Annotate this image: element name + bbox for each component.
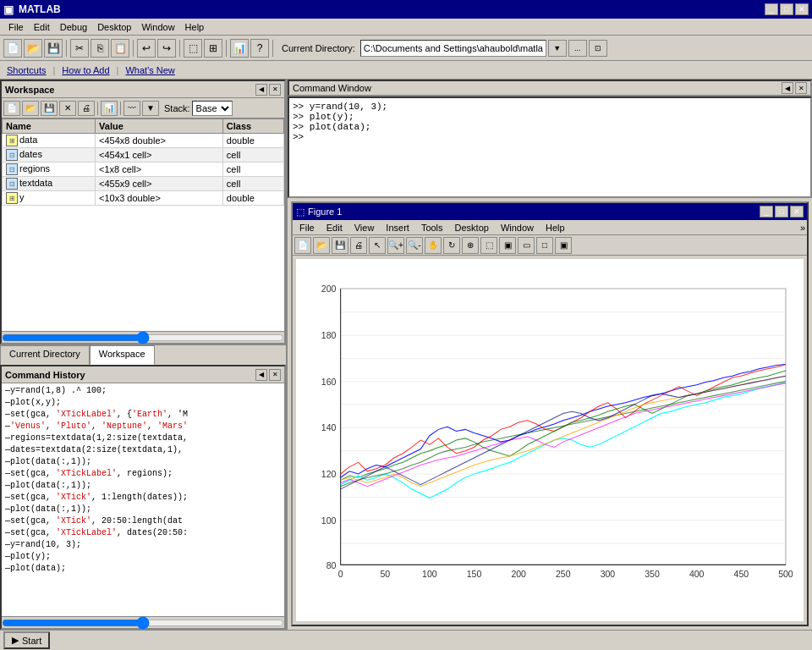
ws-dropdown-btn[interactable]: ▼: [142, 101, 159, 116]
figure-maximize[interactable]: □: [775, 206, 788, 218]
var-value-cell: <10x3 double>: [96, 191, 223, 206]
toolbar-sep-1: [66, 40, 67, 57]
figure-title-left: ⬚ Figure 1: [296, 207, 342, 218]
start-button[interactable]: ▶ Start: [3, 631, 50, 649]
close-button[interactable]: ✕: [795, 3, 809, 15]
undo-button[interactable]: ↩: [137, 39, 156, 58]
menu-desktop[interactable]: Desktop: [92, 20, 136, 34]
cmd-window-controls[interactable]: ◀ ✕: [782, 82, 807, 94]
simulink-button[interactable]: ⬚: [184, 39, 202, 58]
command-history-panel: Command History ◀ ✕ —y=rand(1,8) .^ 100;…: [0, 365, 286, 630]
fig-rotate[interactable]: ↻: [443, 237, 460, 254]
save-button[interactable]: 💾: [44, 39, 63, 58]
directory-input[interactable]: [360, 40, 546, 57]
ws-chart-btn[interactable]: 📊: [101, 101, 118, 116]
var-name-cell[interactable]: ⊞y: [3, 191, 96, 206]
fig-pointer[interactable]: ↖: [369, 237, 386, 254]
menu-debug[interactable]: Debug: [55, 20, 92, 34]
cut-button[interactable]: ✂: [70, 39, 89, 58]
fig-show-axes[interactable]: ▣: [555, 237, 572, 254]
shortcut-how-to-add[interactable]: How to Add: [58, 64, 112, 76]
menu-help[interactable]: Help: [180, 20, 210, 34]
new-file-button[interactable]: 📄: [3, 39, 22, 58]
copy-button[interactable]: ⎘: [91, 39, 109, 58]
cmd-window-undock[interactable]: ◀: [782, 82, 793, 94]
svg-text:120: 120: [321, 469, 337, 479]
cmd-window-close[interactable]: ✕: [795, 82, 807, 94]
tab-workspace[interactable]: Workspace: [90, 345, 155, 365]
menu-window[interactable]: Window: [136, 20, 179, 34]
directory-dropdown[interactable]: ▼: [548, 40, 567, 57]
workspace-controls[interactable]: ◀ ✕: [255, 84, 281, 96]
ws-print-btn[interactable]: 🖨: [78, 101, 95, 116]
help-button[interactable]: ?: [250, 39, 269, 58]
tab-current-directory[interactable]: Current Directory: [0, 345, 90, 365]
fig-menu-arrow[interactable]: »: [800, 223, 805, 233]
open-button[interactable]: 📂: [24, 39, 42, 58]
minimize-button[interactable]: _: [765, 3, 778, 15]
workspace-undock[interactable]: ◀: [255, 84, 267, 96]
directory-refresh[interactable]: ⊡: [589, 40, 607, 57]
workspace-hscroll-bar[interactable]: [2, 333, 284, 343]
col-value[interactable]: Value: [96, 119, 223, 134]
title-bar-controls[interactable]: _ □ ✕: [765, 3, 809, 15]
fig-pan[interactable]: ✋: [425, 237, 442, 254]
cmd-history-undock[interactable]: ◀: [255, 369, 267, 381]
figure-window-controls[interactable]: _ □ ✕: [760, 206, 804, 218]
cmd-history-hscroll[interactable]: [2, 616, 284, 628]
fig-save[interactable]: 💾: [332, 237, 348, 254]
fig-menu-window[interactable]: Window: [496, 221, 539, 234]
redo-button[interactable]: ↪: [157, 39, 176, 58]
fig-data-cursor[interactable]: ⊕: [462, 237, 479, 254]
shortcut-whats-new[interactable]: What's New: [122, 64, 178, 76]
fig-brush[interactable]: ⬚: [480, 237, 497, 254]
cmd-history-close[interactable]: ✕: [269, 369, 281, 381]
fig-menu-insert[interactable]: Insert: [381, 221, 414, 234]
fig-print[interactable]: 🖨: [350, 237, 367, 254]
fig-hide-plot[interactable]: □: [536, 237, 553, 254]
fig-zoom-in[interactable]: 🔍+: [387, 237, 404, 254]
figure-close[interactable]: ✕: [790, 206, 804, 218]
cmd-line: —set(gca, 'XTickLabel', regions);: [5, 468, 281, 480]
plot-button[interactable]: 📊: [230, 39, 249, 58]
fig-menu-tools[interactable]: Tools: [416, 221, 448, 234]
figure-minimize[interactable]: _: [760, 206, 773, 218]
ws-open-btn[interactable]: 📂: [22, 101, 39, 116]
ws-graph-btn[interactable]: 〰: [123, 101, 140, 116]
fig-zoom-out[interactable]: 🔍-: [406, 237, 423, 254]
menu-file[interactable]: File: [3, 20, 29, 34]
fig-menu-file[interactable]: File: [294, 221, 320, 234]
cmd-history-controls[interactable]: ◀ ✕: [255, 369, 281, 381]
col-name[interactable]: Name: [3, 119, 96, 134]
directory-browse[interactable]: ...: [568, 40, 587, 57]
ws-delete-btn[interactable]: ✕: [59, 101, 76, 116]
var-name-cell[interactable]: ⊡dates: [3, 148, 96, 162]
fig-link[interactable]: ▣: [499, 237, 516, 254]
var-name-cell[interactable]: ⊞data: [3, 134, 96, 148]
menu-edit[interactable]: Edit: [29, 20, 55, 34]
fig-menu-desktop[interactable]: Desktop: [450, 221, 494, 234]
ws-save-btn[interactable]: 💾: [41, 101, 58, 116]
fig-new[interactable]: 📄: [294, 237, 311, 254]
var-value-cell: <454x1 cell>: [96, 148, 223, 162]
fig-menu-help[interactable]: Help: [540, 221, 570, 234]
ws-new-btn[interactable]: 📄: [3, 101, 20, 116]
var-name-cell[interactable]: ⊡regions: [3, 162, 96, 177]
command-window[interactable]: >> y=rand(10, 3);>> plot(y);>> plot(data…: [288, 96, 812, 198]
fig-menu-edit[interactable]: Edit: [321, 221, 348, 234]
fig-menu-view[interactable]: View: [349, 221, 380, 234]
workspace-hscroll[interactable]: [2, 331, 284, 343]
fig-insert-legend[interactable]: ▭: [518, 237, 535, 254]
figure-icon: ⬚: [296, 207, 304, 218]
stack-select[interactable]: Base: [192, 101, 233, 116]
col-class[interactable]: Class: [222, 119, 283, 134]
paste-button[interactable]: 📋: [111, 39, 129, 58]
maximize-button[interactable]: □: [780, 3, 793, 15]
cmd-history-hscroll-bar[interactable]: [2, 618, 284, 628]
figure-title: Figure 1: [308, 207, 342, 217]
shortcut-shortcuts[interactable]: Shortcuts: [3, 64, 49, 76]
var-name-cell[interactable]: ⊡textdata: [3, 177, 96, 191]
fig-open[interactable]: 📂: [313, 237, 330, 254]
guide-button[interactable]: ⊞: [204, 39, 222, 58]
workspace-close[interactable]: ✕: [269, 84, 281, 96]
